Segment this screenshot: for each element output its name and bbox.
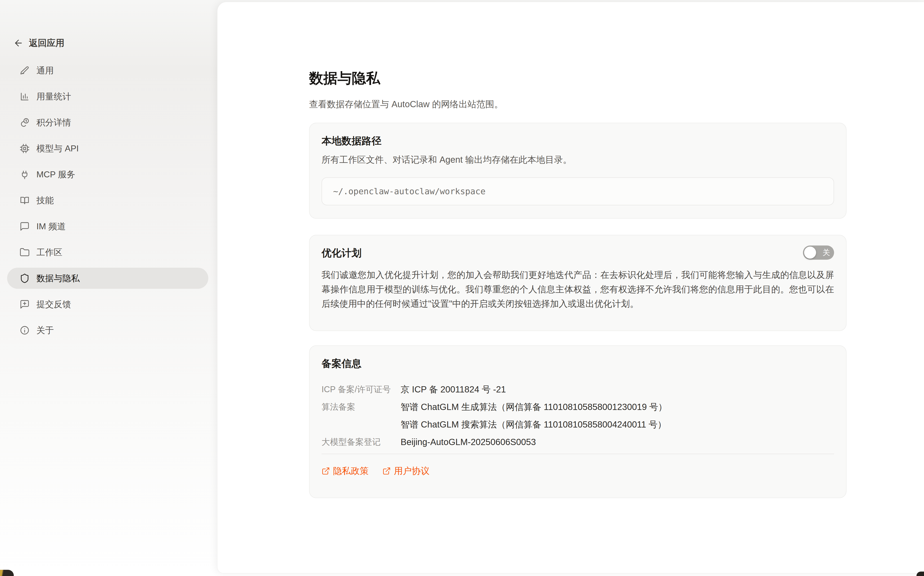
privacy-policy-label: 隐私政策 — [333, 465, 368, 477]
settings-main-panel: 数据与隐私 查看数据存储位置与 AutoClaw 的网络出站范围。 本地数据路径… — [217, 2, 924, 573]
workspace-path-value: ~/.openclaw-autoclaw/workspace — [333, 186, 485, 196]
sidebar-item-mcp-services[interactable]: MCP 服务 — [7, 164, 208, 185]
sidebar-item-credits[interactable]: 积分详情 — [7, 112, 208, 133]
chat-bubble-plus-icon — [19, 299, 30, 309]
back-to-app-label: 返回应用 — [29, 37, 64, 49]
filing-row-algorithm-1: 算法备案 智谱 ChatGLM 生成算法（网信算备 11010810585800… — [322, 401, 834, 413]
filing-row-value: 京 ICP 备 20011824 号 -21 — [400, 384, 506, 395]
filing-row-icp: ICP 备案/许可证号 京 ICP 备 20011824 号 -21 — [322, 384, 834, 395]
privacy-policy-link[interactable]: 隐私政策 — [322, 465, 368, 477]
settings-sidebar: 返回应用 通用 用量统计 积分详情 — [0, 0, 217, 576]
local-data-path-description: 所有工作区文件、对话记录和 Agent 输出均存储在此本地目录。 — [322, 154, 834, 165]
filing-row-algorithm-2: 智谱 ChatGLM 搜索算法（网信算备 1101081058580042400… — [322, 419, 834, 430]
filing-info-card: 备案信息 ICP 备案/许可证号 京 ICP 备 20011824 号 -21 … — [309, 346, 847, 498]
sidebar-item-label: 用量统计 — [37, 91, 71, 102]
toggle-knob — [804, 246, 816, 259]
optimization-plan-title: 优化计划 — [322, 247, 362, 259]
local-data-path-title: 本地数据路径 — [322, 135, 834, 147]
sidebar-item-label: 通用 — [37, 65, 54, 77]
sidebar-item-about[interactable]: 关于 — [7, 320, 208, 341]
sidebar-item-label: IM 频道 — [37, 221, 66, 232]
sidebar-item-general[interactable]: 通用 — [7, 60, 208, 81]
sidebar-item-skills[interactable]: 技能 — [7, 190, 208, 211]
bar-chart-icon — [19, 91, 30, 102]
sidebar-item-label: MCP 服务 — [37, 168, 75, 181]
open-book-icon — [19, 195, 30, 206]
filing-row-value: 智谱 ChatGLM 生成算法（网信算备 1101081058580012300… — [400, 401, 667, 413]
filing-divider — [322, 454, 834, 454]
sidebar-item-workspace[interactable]: 工作区 — [7, 242, 208, 263]
filing-rows: ICP 备案/许可证号 京 ICP 备 20011824 号 -21 算法备案 … — [322, 384, 834, 448]
external-link-icon — [322, 467, 330, 475]
user-agreement-link[interactable]: 用户协议 — [383, 465, 429, 477]
sidebar-item-label: 数据与隐私 — [37, 272, 80, 284]
chat-bubble-icon — [19, 221, 30, 232]
sidebar-item-label: 积分详情 — [37, 117, 71, 128]
sidebar-item-label: 技能 — [37, 194, 54, 206]
pencil-icon — [19, 66, 30, 76]
local-data-path-card: 本地数据路径 所有工作区文件、对话记录和 Agent 输出均存储在此本地目录。 … — [309, 123, 847, 219]
filing-row-label — [322, 419, 400, 430]
policy-links-row: 隐私政策 用户协议 — [322, 465, 834, 477]
arrow-left-icon — [13, 38, 24, 48]
sidebar-item-data-privacy[interactable]: 数据与隐私 — [7, 268, 208, 289]
back-to-app-button[interactable]: 返回应用 — [13, 37, 64, 49]
sidebar-item-models-api[interactable]: 模型与 API — [7, 138, 208, 159]
workspace-path-field[interactable]: ~/.openclaw-autoclaw/workspace — [322, 178, 834, 205]
sidebar-item-label: 提交反馈 — [37, 298, 71, 310]
info-circle-icon — [19, 325, 30, 335]
sidebar-item-im-channels[interactable]: IM 频道 — [7, 216, 208, 237]
filing-row-label: 算法备案 — [322, 401, 400, 413]
filing-row-label: ICP 备案/许可证号 — [322, 384, 400, 395]
sidebar-item-usage-stats[interactable]: 用量统计 — [7, 86, 208, 107]
toggle-state-label: 关 — [823, 248, 830, 258]
plug-icon — [19, 170, 30, 179]
cpu-chip-icon — [19, 143, 30, 154]
page-subtitle: 查看数据存储位置与 AutoClaw 的网络出站范围。 — [309, 98, 503, 110]
optimization-plan-description: 我们诚邀您加入优化提升计划，您的加入会帮助我们更好地迭代产品：在去标识化处理后，… — [322, 268, 834, 311]
shield-icon — [19, 273, 30, 283]
sidebar-item-label: 关于 — [37, 324, 54, 336]
sidebar-item-label: 模型与 API — [37, 142, 79, 155]
folder-icon — [19, 247, 30, 258]
user-agreement-label: 用户协议 — [394, 465, 429, 477]
page-title: 数据与隐私 — [309, 69, 380, 88]
optimization-plan-toggle[interactable]: 关 — [803, 245, 834, 260]
filing-row-llm-registration: 大模型备案登记 Beijing-AutoGLM-20250606S0053 — [322, 436, 834, 448]
coins-icon — [19, 117, 30, 128]
filing-row-value: 智谱 ChatGLM 搜索算法（网信算备 1101081058580042400… — [400, 419, 666, 430]
optimization-plan-card: 优化计划 关 我们诚邀您加入优化提升计划，您的加入会帮助我们更好地迭代产品：在去… — [309, 235, 847, 331]
sidebar-nav: 通用 用量统计 积分详情 模型与 API — [7, 60, 208, 346]
external-link-icon — [383, 467, 391, 475]
filing-row-label: 大模型备案登记 — [322, 436, 400, 448]
filing-row-value: Beijing-AutoGLM-20250606S0053 — [400, 436, 536, 448]
sidebar-item-feedback[interactable]: 提交反馈 — [7, 294, 208, 315]
sidebar-item-label: 工作区 — [37, 246, 62, 258]
filing-info-title: 备案信息 — [322, 357, 834, 370]
